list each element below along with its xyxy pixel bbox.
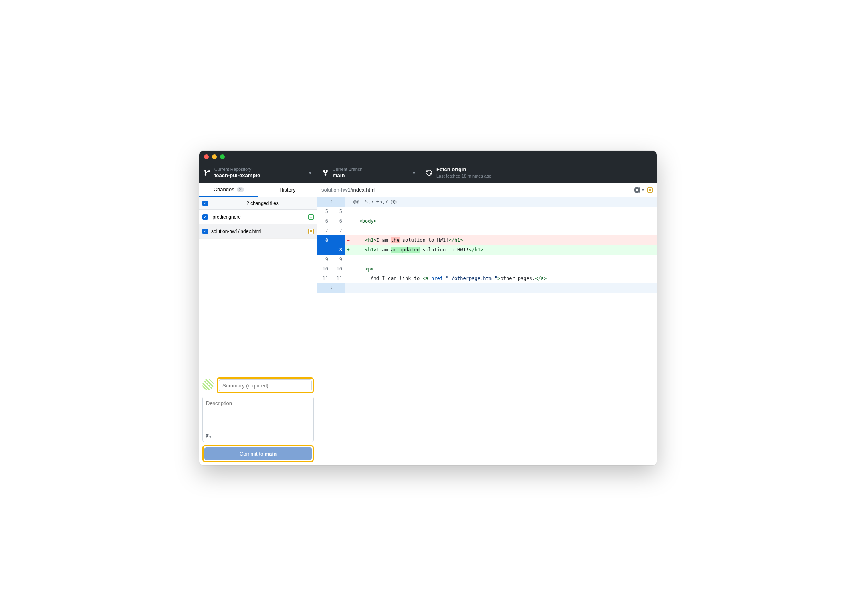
fetch-status: Last fetched 18 minutes ago: [436, 173, 491, 179]
git-branch-icon: [322, 170, 329, 176]
branch-label: Current Branch: [333, 166, 363, 172]
tab-changes[interactable]: Changes 2: [199, 183, 258, 197]
chevron-down-icon: ▼: [412, 171, 416, 175]
diff-body[interactable]: ⤒@@ -5,7 +5,7 @@55 66 <body>77 8− <h1>I …: [317, 197, 657, 465]
app-window: Current Repository teach-pui-example ▼ C…: [199, 151, 657, 465]
diff-line[interactable]: 77: [317, 226, 657, 235]
diff-marker: [345, 274, 352, 283]
repo-value: teach-pui-example: [214, 172, 260, 179]
commit-button[interactable]: Commit to main: [204, 447, 312, 460]
diff-marker: −: [345, 235, 352, 245]
line-number-old: [317, 245, 331, 255]
line-number-new: 11: [331, 274, 345, 283]
tab-history[interactable]: History: [258, 183, 317, 197]
gear-icon: [634, 187, 640, 193]
fetch-label: Fetch origin: [436, 166, 491, 173]
repo-switcher[interactable]: Current Repository teach-pui-example ▼: [199, 163, 317, 183]
diff-code: [352, 207, 657, 216]
diff-marker: +: [345, 245, 352, 255]
commit-button-branch: main: [265, 451, 277, 457]
diff-line[interactable]: 8− <h1>I am the solution to HW1!</h1>: [317, 235, 657, 245]
file-modified-icon: [647, 187, 653, 193]
diff-code: <h1>I am the solution to HW1!</h1>: [352, 235, 657, 245]
expand-down-row[interactable]: ⤓: [317, 283, 657, 293]
tab-changes-label: Changes: [214, 186, 234, 192]
diff-code: [352, 255, 657, 264]
changes-count-badge: 2: [237, 187, 244, 192]
diff-line[interactable]: 1010 <p>: [317, 264, 657, 274]
line-number-new: [331, 235, 345, 245]
diff-line[interactable]: 55: [317, 207, 657, 216]
file-modified-icon: [308, 229, 314, 234]
file-row[interactable]: ✓.prettierignore+: [199, 210, 317, 224]
chevron-down-icon: ▼: [308, 171, 312, 175]
diff-header: solution-hw1/index.html ▼: [317, 183, 657, 197]
branch-switcher[interactable]: Current Branch main ▼: [317, 163, 421, 183]
diff-code: <body>: [352, 216, 657, 226]
select-all-checkbox[interactable]: ✓: [202, 201, 208, 206]
line-number-new: 9: [331, 255, 345, 264]
close-window-button[interactable]: [204, 154, 209, 159]
sidebar: Changes 2 History ✓ 2 changed files ✓.pr…: [199, 183, 317, 465]
diff-line[interactable]: 66 <body>: [317, 216, 657, 226]
line-number-new: 7: [331, 226, 345, 235]
titlebar: [199, 151, 657, 163]
diff-settings-button[interactable]: ▼: [634, 187, 645, 193]
diff-path-dir: solution-hw1/: [321, 187, 352, 193]
diff-marker: [345, 255, 352, 264]
diff-marker: [345, 207, 352, 216]
person-add-icon: [205, 433, 211, 439]
line-number-new: 10: [331, 264, 345, 274]
diff-panel: solution-hw1/index.html ▼ ⤒@@ -5,7 +5,7 …: [317, 183, 657, 465]
line-number-new: 8: [331, 245, 345, 255]
file-list: ✓.prettierignore+✓solution-hw1/index.htm…: [199, 210, 317, 239]
add-coauthor-button[interactable]: [205, 433, 211, 440]
diff-line[interactable]: 8+ <h1>I am an updated solution to HW1!<…: [317, 245, 657, 255]
toolbar: Current Repository teach-pui-example ▼ C…: [199, 163, 657, 183]
diff-marker: [345, 216, 352, 226]
diff-code: [352, 226, 657, 235]
line-number-old: 11: [317, 274, 331, 283]
diff-marker: [345, 264, 352, 274]
line-number-old: 5: [317, 207, 331, 216]
sidebar-tabs: Changes 2 History: [199, 183, 317, 197]
file-added-icon: +: [308, 214, 314, 220]
diff-path-file: index.html: [352, 187, 376, 193]
expand-up-icon[interactable]: ⤒: [317, 197, 345, 207]
commit-summary-input[interactable]: [219, 379, 312, 391]
file-name: .prettierignore: [211, 214, 305, 220]
line-number-new: 6: [331, 216, 345, 226]
line-number-old: 9: [317, 255, 331, 264]
diff-code: <p>: [352, 264, 657, 274]
line-number-old: 8: [317, 235, 331, 245]
file-checkbox[interactable]: ✓: [202, 229, 208, 234]
line-number-old: 7: [317, 226, 331, 235]
commit-description-input[interactable]: [203, 397, 313, 431]
diff-line[interactable]: 1111 And I can link to <a href="./otherp…: [317, 274, 657, 283]
diff-marker: [345, 226, 352, 235]
repo-label: Current Repository: [214, 166, 260, 172]
sync-icon: [426, 170, 432, 176]
expand-up-row[interactable]: ⤒@@ -5,7 +5,7 @@: [317, 197, 657, 207]
file-name: solution-hw1/index.html: [211, 229, 305, 234]
avatar: [202, 379, 214, 390]
fetch-button[interactable]: Fetch origin Last fetched 18 minutes ago: [421, 163, 657, 183]
line-number-old: 6: [317, 216, 331, 226]
line-number-new: 5: [331, 207, 345, 216]
tab-history-label: History: [279, 187, 295, 193]
diff-line[interactable]: 99: [317, 255, 657, 264]
commit-panel: Commit to main: [199, 374, 317, 465]
line-number-old: 10: [317, 264, 331, 274]
minimize-window-button[interactable]: [212, 154, 217, 159]
file-row[interactable]: ✓solution-hw1/index.html: [199, 224, 317, 239]
main-area: Changes 2 History ✓ 2 changed files ✓.pr…: [199, 183, 657, 465]
changes-header-text: 2 changed files: [211, 201, 314, 206]
git-branch-icon: [204, 170, 210, 176]
maximize-window-button[interactable]: [220, 154, 225, 159]
changes-header: ✓ 2 changed files: [199, 197, 317, 210]
file-checkbox[interactable]: ✓: [202, 214, 208, 220]
diff-code: <h1>I am an updated solution to HW1!</h1…: [352, 245, 657, 255]
diff-code: And I can link to <a href="./otherpage.h…: [352, 274, 657, 283]
branch-value: main: [333, 172, 363, 179]
expand-down-icon[interactable]: ⤓: [317, 283, 345, 293]
